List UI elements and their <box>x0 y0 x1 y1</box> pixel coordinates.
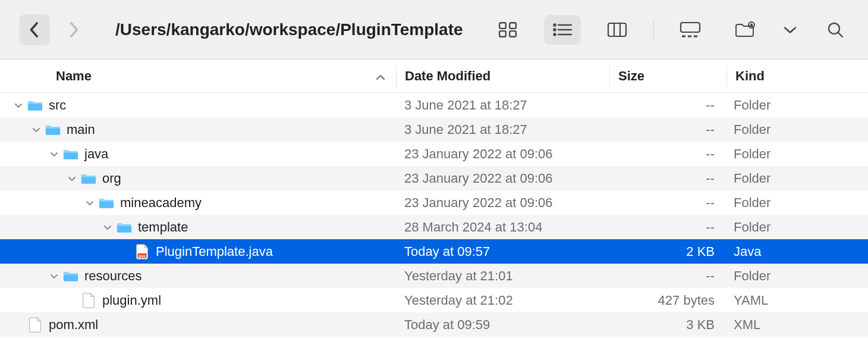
file-kind-label: Folder <box>725 195 868 211</box>
column-view-button[interactable] <box>599 15 636 45</box>
folder-icon <box>96 196 117 209</box>
file-row[interactable]: plugin.ymlYesterday at 21:02427 bytesYAM… <box>0 288 868 312</box>
file-row[interactable]: template28 March 2024 at 13:04--Folder <box>0 215 868 239</box>
column-header-date-label: Date Modified <box>405 68 490 83</box>
svg-rect-3 <box>510 31 516 37</box>
file-kind-label: Folder <box>725 268 868 284</box>
file-size-label: -- <box>609 98 725 113</box>
file-date-label: Today at 09:59 <box>396 317 609 333</box>
file-name-label: plugin.yml <box>102 293 161 308</box>
file-row[interactable]: mineacademy23 January 2022 at 09:06--Fol… <box>0 190 868 215</box>
list-view-button[interactable] <box>544 15 581 45</box>
svg-point-8 <box>553 33 555 35</box>
file-icon <box>78 292 99 309</box>
file-size-label: 3 KB <box>609 317 725 333</box>
folder-icon <box>61 270 81 283</box>
toolbar-divider <box>653 20 654 40</box>
file-size-label: -- <box>609 195 725 211</box>
gallery-view-button[interactable] <box>672 15 709 45</box>
file-size-label: 427 bytes <box>609 293 725 308</box>
file-size-label: -- <box>609 220 725 235</box>
folder-icon <box>43 123 63 136</box>
folder-icon <box>61 148 81 161</box>
more-menu-button[interactable] <box>781 15 799 45</box>
disclosure-triangle-icon[interactable] <box>30 126 43 134</box>
file-date-label: 28 March 2024 at 13:04 <box>396 220 609 235</box>
file-kind-label: Java <box>725 244 868 259</box>
back-button[interactable] <box>19 14 50 45</box>
file-name-label: resources <box>84 268 142 284</box>
toolbar: /Users/kangarko/workspace/PluginTemplate <box>0 0 868 60</box>
file-size-label: -- <box>609 268 725 284</box>
column-header-kind-label: Kind <box>735 68 765 83</box>
file-date-label: 3 June 2021 at 18:27 <box>396 98 609 113</box>
disclosure-triangle-icon[interactable] <box>48 272 61 280</box>
file-kind-label: YAML <box>725 293 868 308</box>
file-date-label: 23 January 2022 at 09:06 <box>396 195 609 211</box>
file-date-label: 3 June 2021 at 18:27 <box>396 122 609 137</box>
view-switcher <box>489 15 709 45</box>
column-header-size[interactable]: Size <box>610 68 727 84</box>
file-row[interactable]: resourcesYesterday at 21:01--Folder <box>0 264 868 288</box>
file-date-label: Yesterday at 21:01 <box>396 268 609 284</box>
disclosure-triangle-icon[interactable] <box>12 101 25 109</box>
file-kind-label: Folder <box>725 171 868 186</box>
file-row[interactable]: src3 June 2021 at 18:27--Folder <box>0 93 868 117</box>
file-size-label: -- <box>609 146 725 162</box>
file-name-label: pom.xml <box>49 317 98 333</box>
file-size-label: 2 KB <box>609 244 725 259</box>
file-date-label: 23 January 2022 at 09:06 <box>396 171 609 186</box>
file-name-label: mineacademy <box>120 195 202 211</box>
forward-button[interactable] <box>58 14 89 45</box>
file-name-label: PluginTemplate.java <box>156 244 273 259</box>
svg-point-4 <box>553 24 555 26</box>
file-icon <box>25 317 45 333</box>
java-file-icon <box>132 243 152 260</box>
file-row[interactable]: pom.xmlToday at 09:593 KBXML <box>0 312 868 337</box>
folder-icon <box>78 172 99 185</box>
path-title: /Users/kangarko/workspace/PluginTemplate <box>115 20 463 39</box>
file-row-name-cell: main <box>0 122 396 137</box>
file-date-label: 23 January 2022 at 09:06 <box>396 146 609 162</box>
search-button[interactable] <box>817 15 854 45</box>
file-size-label: -- <box>609 171 725 186</box>
file-row-name-cell: plugin.yml <box>0 292 396 309</box>
column-header-name[interactable]: Name <box>0 68 396 84</box>
column-header-name-label: Name <box>56 68 92 84</box>
disclosure-triangle-icon[interactable] <box>101 223 114 231</box>
file-name-label: src <box>49 98 66 113</box>
file-name-label: org <box>102 171 121 186</box>
file-row-name-cell: resources <box>0 268 396 284</box>
file-row-name-cell: template <box>0 220 396 235</box>
file-date-label: Today at 09:57 <box>396 244 609 259</box>
file-row-name-cell: java <box>0 146 396 162</box>
column-header-date[interactable]: Date Modified <box>397 68 609 84</box>
file-row[interactable]: PluginTemplate.javaToday at 09:572 KBJav… <box>0 239 868 264</box>
file-row[interactable]: org23 January 2022 at 09:06--Folder <box>0 166 868 190</box>
file-row-name-cell: mineacademy <box>0 195 396 211</box>
file-row-name-cell: PluginTemplate.java <box>0 243 396 260</box>
svg-rect-1 <box>510 23 516 29</box>
file-name-label: java <box>84 146 108 162</box>
sort-indicator-icon <box>376 68 396 84</box>
column-header-row: Name Date Modified Size Kind <box>0 60 868 93</box>
disclosure-triangle-icon[interactable] <box>83 199 96 207</box>
folder-icon <box>25 99 45 112</box>
disclosure-triangle-icon[interactable] <box>65 174 78 183</box>
file-kind-label: Folder <box>725 98 868 113</box>
file-row-name-cell: org <box>0 171 396 186</box>
column-header-kind[interactable]: Kind <box>727 68 868 84</box>
svg-rect-10 <box>608 23 626 36</box>
file-kind-label: Folder <box>725 220 868 235</box>
file-kind-label: Folder <box>725 146 868 162</box>
file-row-name-cell: pom.xml <box>0 317 396 333</box>
new-folder-button[interactable] <box>727 15 763 45</box>
disclosure-triangle-icon[interactable] <box>48 150 61 158</box>
icon-view-button[interactable] <box>489 15 526 45</box>
file-name-label: main <box>67 122 95 137</box>
file-row-name-cell: src <box>0 98 396 113</box>
file-row[interactable]: main3 June 2021 at 18:27--Folder <box>0 117 868 142</box>
svg-line-21 <box>838 33 842 37</box>
file-kind-label: XML <box>725 317 868 333</box>
file-row[interactable]: java23 January 2022 at 09:06--Folder <box>0 142 868 166</box>
